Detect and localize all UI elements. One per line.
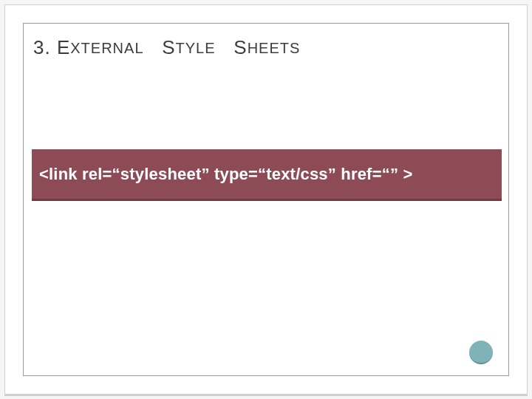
title-number: 3. xyxy=(33,36,51,58)
slide-frame: 3. EXTERNAL STYLE SHEETS <link rel=“styl… xyxy=(4,4,528,395)
title-w3-cap: S xyxy=(233,36,247,58)
title-w1-rest: XTERNAL xyxy=(70,40,143,56)
code-block: <link rel=“stylesheet” type=“text/css” h… xyxy=(32,149,502,201)
slide-shadow xyxy=(4,395,528,396)
title-w2-cap: S xyxy=(162,36,175,58)
title-w1-cap: E xyxy=(57,36,70,58)
slide-title: 3. EXTERNAL STYLE SHEETS xyxy=(33,36,300,59)
accent-circle-icon xyxy=(469,341,493,364)
title-w3-rest: HEETS xyxy=(248,40,301,56)
code-text: <link rel=“stylesheet” type=“text/css” h… xyxy=(39,165,412,184)
title-w2-rest: TYLE xyxy=(176,40,216,56)
